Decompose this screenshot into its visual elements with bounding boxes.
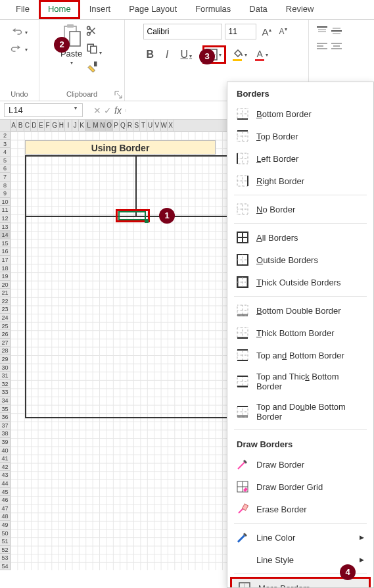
draw-border-option[interactable]: Erase Border — [227, 498, 373, 520]
row-header[interactable]: 28 — [0, 347, 11, 355]
cancel-icon[interactable]: ✕ — [93, 105, 101, 116]
align-top-icon[interactable] — [317, 26, 327, 36]
border-option[interactable]: Thick Bottom Border — [227, 322, 373, 344]
row-header[interactable]: 13 — [0, 223, 11, 232]
border-option[interactable]: No Border — [227, 198, 373, 220]
col-header[interactable]: A — [11, 120, 17, 131]
row-header[interactable]: 39 — [0, 438, 11, 447]
row-header[interactable]: 31 — [0, 372, 11, 380]
border-option[interactable]: Top and Thick Bottom Border — [227, 366, 373, 397]
col-header[interactable]: G — [51, 120, 58, 131]
row-header[interactable]: 36 — [0, 413, 11, 422]
name-box[interactable]: L14▾ — [4, 103, 83, 117]
tab-insert[interactable]: Insert — [80, 0, 120, 19]
col-header[interactable]: R — [127, 120, 133, 131]
col-header[interactable]: F — [45, 120, 51, 131]
row-header[interactable]: 11 — [0, 206, 11, 214]
row-header[interactable]: 20 — [0, 281, 11, 289]
row-header[interactable]: 32 — [0, 380, 11, 389]
col-header[interactable]: K — [79, 120, 85, 131]
row-header[interactable]: 34 — [0, 397, 11, 405]
border-option[interactable]: Left Border — [227, 147, 373, 170]
col-header[interactable]: I — [65, 120, 72, 131]
row-header[interactable]: 51 — [0, 537, 11, 546]
row-header[interactable]: 53 — [0, 554, 11, 562]
row-header[interactable]: 43 — [0, 471, 11, 479]
row-header[interactable]: 26 — [0, 330, 11, 339]
row-header[interactable]: 29 — [0, 355, 11, 364]
col-header[interactable]: J — [72, 120, 79, 131]
italic-button[interactable]: I — [163, 47, 171, 62]
align-center-icon[interactable] — [331, 42, 342, 51]
fill-handle[interactable] — [145, 219, 149, 223]
row-header[interactable]: 48 — [0, 512, 11, 521]
row-header[interactable]: 2 — [0, 132, 11, 140]
row-header[interactable]: 15 — [0, 239, 11, 248]
font-color-button[interactable]: A ▾ — [255, 49, 269, 61]
col-header[interactable]: P — [113, 120, 120, 131]
col-header[interactable]: W — [161, 120, 168, 131]
row-header[interactable]: 40 — [0, 447, 11, 455]
col-header[interactable]: E — [38, 120, 45, 131]
border-option[interactable]: Top and Double Bottom Border — [227, 397, 373, 427]
row-header[interactable]: 4 — [0, 148, 11, 157]
fill-color-button[interactable]: ▾ — [233, 48, 248, 61]
font-name-select[interactable] — [143, 24, 222, 39]
grow-font-button[interactable]: A▴ — [259, 24, 273, 40]
row-header[interactable]: 5 — [0, 157, 11, 165]
shrink-font-button[interactable]: A▾ — [277, 24, 290, 40]
row-header[interactable]: 10 — [0, 198, 11, 207]
border-option[interactable]: Top and Bottom Border — [227, 344, 373, 366]
col-header[interactable]: L — [85, 120, 92, 131]
row-header[interactable]: 24 — [0, 314, 11, 322]
row-header[interactable]: 3 — [0, 140, 11, 149]
format-painter-button[interactable] — [86, 61, 103, 74]
col-header[interactable]: S — [133, 120, 140, 131]
row-header[interactable]: 37 — [0, 422, 11, 430]
row-header[interactable]: 23 — [0, 305, 11, 314]
row-header[interactable]: 38 — [0, 429, 11, 438]
col-header[interactable]: T — [140, 120, 147, 131]
row-header[interactable]: 12 — [0, 214, 11, 223]
active-cell[interactable] — [118, 211, 146, 220]
row-header[interactable]: 27 — [0, 339, 11, 347]
fx-icon[interactable]: fx — [114, 105, 122, 116]
row-header[interactable]: 47 — [0, 504, 11, 513]
border-option[interactable]: Bottom Border — [227, 103, 373, 125]
col-header[interactable]: C — [24, 120, 31, 131]
tab-review[interactable]: Review — [277, 0, 323, 19]
row-header[interactable]: 50 — [0, 529, 11, 538]
row-header[interactable]: 21 — [0, 289, 11, 297]
col-header[interactable]: X — [168, 120, 174, 131]
undo-button[interactable]: ▾ — [11, 26, 29, 38]
tab-formulas[interactable]: Formulas — [186, 0, 240, 19]
row-header[interactable]: 18 — [0, 264, 11, 273]
col-header[interactable]: V — [154, 120, 160, 131]
row-header[interactable]: 49 — [0, 521, 11, 529]
border-option[interactable]: Outside Borders — [227, 249, 373, 271]
row-header[interactable]: 30 — [0, 364, 11, 372]
redo-button[interactable]: ▾ — [11, 43, 29, 55]
row-header[interactable]: 45 — [0, 488, 11, 497]
border-option[interactable]: All Borders — [227, 226, 373, 249]
row-header[interactable]: 52 — [0, 546, 11, 554]
row-header[interactable]: 33 — [0, 388, 11, 397]
tab-home[interactable]: Home — [39, 0, 80, 19]
bold-button[interactable]: B — [143, 47, 156, 62]
copy-button[interactable]: ▾ — [86, 43, 103, 57]
row-header[interactable]: 35 — [0, 405, 11, 414]
row-header[interactable]: 41 — [0, 454, 11, 463]
col-header[interactable]: D — [31, 120, 37, 131]
draw-border-option[interactable]: Draw Border — [227, 453, 373, 476]
font-size-select[interactable] — [225, 24, 256, 39]
dialog-launcher-icon[interactable] — [114, 90, 123, 99]
row-header[interactable]: 22 — [0, 297, 11, 306]
row-header[interactable]: 16 — [0, 247, 11, 256]
cut-button[interactable] — [86, 25, 103, 39]
row-header[interactable]: 14 — [0, 231, 11, 239]
draw-border-option[interactable]: Line Color▶ — [227, 526, 373, 549]
tab-data[interactable]: Data — [240, 0, 276, 19]
row-header[interactable]: 44 — [0, 479, 11, 488]
row-header[interactable]: 25 — [0, 322, 11, 331]
enter-icon[interactable]: ✓ — [104, 105, 112, 116]
